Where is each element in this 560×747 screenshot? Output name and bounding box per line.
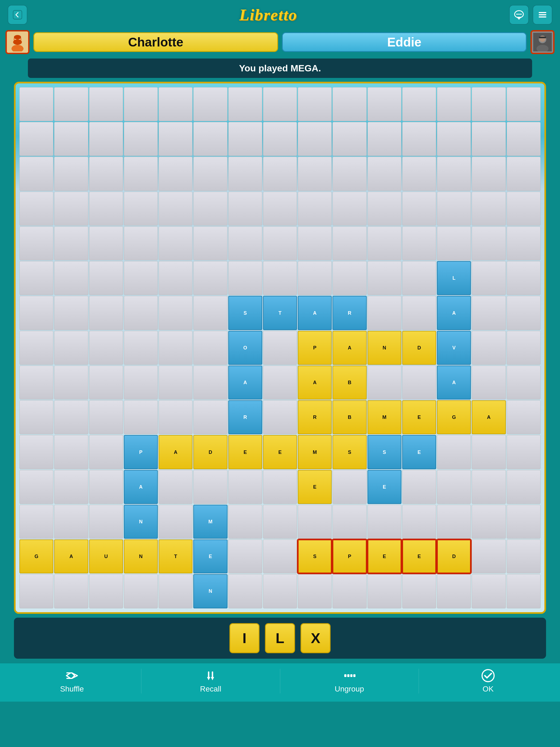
board-cell[interactable] <box>402 574 436 608</box>
board-cell[interactable] <box>54 400 88 434</box>
board-cell[interactable] <box>159 192 193 226</box>
board-cell[interactable] <box>402 470 436 504</box>
board-cell[interactable] <box>298 192 332 226</box>
board-cell[interactable] <box>332 122 366 156</box>
board-cell[interactable] <box>19 470 53 504</box>
board-cell[interactable] <box>159 574 193 608</box>
board-cell[interactable]: E <box>228 435 262 469</box>
board-cell[interactable] <box>54 331 88 365</box>
board-cell[interactable] <box>298 87 332 121</box>
board-cell[interactable]: B <box>332 366 366 400</box>
board-cell[interactable] <box>89 505 123 539</box>
board-cell[interactable] <box>367 226 401 260</box>
board-cell[interactable] <box>159 157 193 190</box>
board-cell[interactable] <box>89 470 123 504</box>
board-cell[interactable]: L <box>437 261 471 295</box>
board-cell[interactable] <box>54 192 88 226</box>
board-cell[interactable] <box>89 574 123 608</box>
board-cell[interactable]: A <box>437 366 471 400</box>
board-cell[interactable] <box>263 157 297 190</box>
board-cell[interactable] <box>228 157 262 190</box>
board-cell[interactable] <box>507 539 541 573</box>
board-cell[interactable] <box>367 261 401 295</box>
board-cell[interactable] <box>159 331 193 365</box>
board-cell[interactable]: D <box>193 435 227 469</box>
board-cell[interactable] <box>367 296 401 330</box>
board-cell[interactable] <box>19 435 53 469</box>
board-cell[interactable] <box>332 226 366 260</box>
board-cell[interactable] <box>228 122 262 156</box>
board-cell[interactable] <box>124 192 158 226</box>
board-cell[interactable] <box>228 574 262 608</box>
board-cell[interactable] <box>472 470 506 504</box>
board-cell[interactable]: A <box>437 296 471 330</box>
rack-tile-2[interactable]: X <box>301 623 331 653</box>
board-cell[interactable] <box>54 435 88 469</box>
board-cell[interactable] <box>89 331 123 365</box>
board-cell[interactable]: M <box>367 400 401 434</box>
board-cell[interactable] <box>124 87 158 121</box>
board-cell[interactable]: R <box>332 296 366 330</box>
board-cell[interactable] <box>298 261 332 295</box>
board-cell[interactable] <box>54 87 88 121</box>
board-cell[interactable] <box>507 87 541 121</box>
board-cell[interactable] <box>159 261 193 295</box>
board-cell[interactable] <box>159 122 193 156</box>
board-cell[interactable] <box>19 157 53 190</box>
board-cell[interactable] <box>507 296 541 330</box>
board-cell[interactable] <box>19 226 53 260</box>
board-cell[interactable]: E <box>367 539 401 573</box>
board-cell[interactable] <box>89 87 123 121</box>
board-cell[interactable] <box>298 157 332 190</box>
board-cell[interactable] <box>89 435 123 469</box>
board-cell[interactable] <box>263 122 297 156</box>
board-cell[interactable]: V <box>437 331 471 365</box>
ok-button[interactable]: OK <box>419 669 557 693</box>
board-cell[interactable] <box>89 296 123 330</box>
player1-name-button[interactable]: Charlotte <box>33 32 278 52</box>
board-cell[interactable] <box>507 192 541 226</box>
board-cell[interactable]: A <box>124 470 158 504</box>
board-cell[interactable] <box>19 296 53 330</box>
board-cell[interactable] <box>437 192 471 226</box>
board-cell[interactable]: A <box>159 435 193 469</box>
board-cell[interactable] <box>472 505 506 539</box>
board-cell[interactable] <box>507 122 541 156</box>
board-cell[interactable] <box>472 331 506 365</box>
board-cell[interactable] <box>193 192 227 226</box>
board-cell[interactable] <box>437 226 471 260</box>
board-cell[interactable] <box>437 157 471 190</box>
board-cell[interactable] <box>263 574 297 608</box>
board-cell[interactable] <box>124 296 158 330</box>
board-cell[interactable]: G <box>437 400 471 434</box>
board-cell[interactable] <box>54 505 88 539</box>
board-cell[interactable]: N <box>193 574 227 608</box>
board-cell[interactable] <box>437 505 471 539</box>
board-cell[interactable] <box>193 122 227 156</box>
board-cell[interactable]: E <box>298 470 332 504</box>
board-cell[interactable]: S <box>332 435 366 469</box>
board-cell[interactable] <box>402 226 436 260</box>
board-cell[interactable] <box>402 122 436 156</box>
board-cell[interactable] <box>367 366 401 400</box>
board-cell[interactable] <box>263 505 297 539</box>
board-cell[interactable] <box>19 574 53 608</box>
board-cell[interactable] <box>263 192 297 226</box>
board-cell[interactable] <box>89 122 123 156</box>
board-cell[interactable]: N <box>367 331 401 365</box>
board-cell[interactable] <box>472 226 506 260</box>
board-cell[interactable] <box>193 331 227 365</box>
board-cell[interactable]: P <box>332 539 366 573</box>
board-cell[interactable]: D <box>437 539 471 573</box>
board-cell[interactable] <box>367 192 401 226</box>
board-cell[interactable]: A <box>332 331 366 365</box>
board-cell[interactable] <box>507 470 541 504</box>
board-cell[interactable] <box>193 87 227 121</box>
board-cell[interactable]: A <box>228 366 262 400</box>
board-cell[interactable] <box>472 574 506 608</box>
board-cell[interactable] <box>402 366 436 400</box>
board-cell[interactable] <box>472 157 506 190</box>
board-cell[interactable] <box>89 192 123 226</box>
board-cell[interactable]: E <box>402 435 436 469</box>
board-cell[interactable] <box>332 192 366 226</box>
